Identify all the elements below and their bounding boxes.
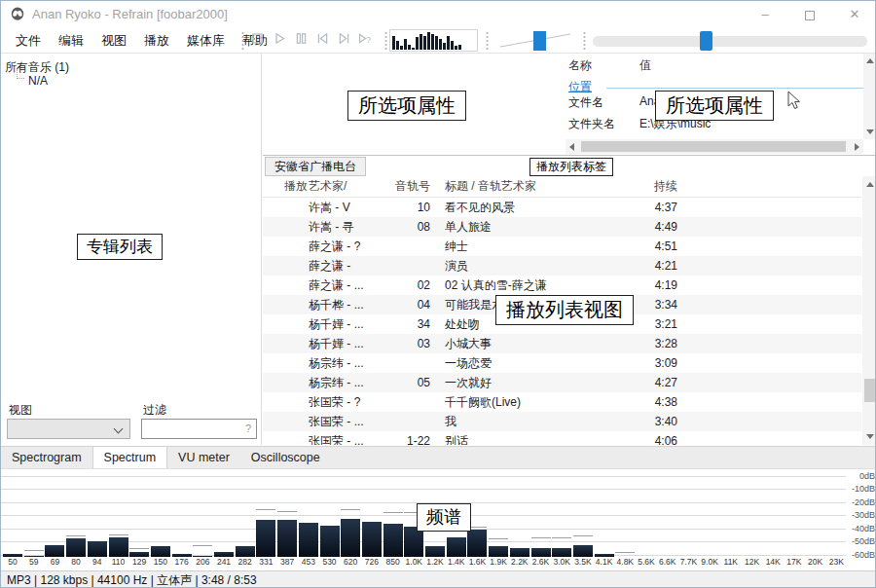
viz-tab-oscilloscope[interactable]: Oscilloscope <box>240 447 331 468</box>
volume-slider-handle[interactable] <box>533 31 546 51</box>
status-bar: MP3 | 128 kbps | 44100 Hz | 立体声 | 3:48 /… <box>1 570 876 588</box>
next-button[interactable] <box>337 31 356 51</box>
db-tick-label: -30dB <box>842 510 875 520</box>
playlist-tab-anhui[interactable]: 安徽省广播电台 <box>265 157 366 176</box>
view-label: 视图 <box>9 402 32 419</box>
scroll-down-icon[interactable] <box>866 129 874 134</box>
cell-duration: 4:49 <box>619 217 677 237</box>
scroll-left-icon[interactable] <box>569 143 574 151</box>
filter-input[interactable]: ? <box>141 419 257 439</box>
viz-tab-spectrogram[interactable]: Spectrogram <box>1 447 92 468</box>
maximize-button[interactable] <box>787 1 832 28</box>
cell-duration: 4:37 <box>619 198 677 217</box>
stop-button[interactable] <box>250 31 270 51</box>
menu-编辑[interactable]: 编辑 <box>50 28 92 54</box>
stop-icon <box>250 31 265 46</box>
cell-track: 04 <box>372 295 430 314</box>
spectrum-bar <box>362 522 382 557</box>
pause-icon <box>294 31 309 46</box>
column-header-duration[interactable]: 持续 <box>619 176 677 196</box>
scroll-up-icon[interactable] <box>866 182 874 187</box>
random-button[interactable]: ? <box>357 31 377 51</box>
seekbar-handle[interactable] <box>700 31 712 51</box>
playlist-row[interactable]: 杨宗纬 - ...一场恋爱3:09 <box>263 353 861 373</box>
menu-视图[interactable]: 视图 <box>92 28 135 54</box>
properties-name-header[interactable]: 名称 <box>568 57 592 74</box>
playlist-row[interactable]: 薛之谦 - ?绅士4:51 <box>263 237 861 256</box>
scroll-up-icon[interactable] <box>866 58 874 63</box>
freq-tick-label: 94 <box>87 557 108 567</box>
spectrum-bar <box>341 519 360 557</box>
spectrum-bar <box>552 548 571 557</box>
mini-spectrum-bar <box>400 46 403 50</box>
close-button[interactable]: ✕ <box>832 1 876 28</box>
playlist-column-headers: 播放 艺术家/ 音轨号 标题 / 音轨艺术家 持续 <box>263 176 861 198</box>
playlist-row[interactable]: 薛之谦 -演员4:21 <box>263 256 861 276</box>
playlist-row[interactable]: 杨宗纬 - ...05一次就好4:27 <box>263 373 861 392</box>
peak-marker <box>489 538 508 539</box>
playlist-row[interactable]: 杨千嬅 - ...03小城大事3:28 <box>263 334 861 353</box>
scroll-down-icon[interactable] <box>866 434 874 439</box>
random-icon: ? <box>357 31 372 46</box>
toolbar-grip[interactable] <box>583 31 586 50</box>
view-dropdown[interactable] <box>7 419 130 439</box>
cell-duration: 4:19 <box>619 276 677 295</box>
toolbar-grip[interactable] <box>486 31 489 50</box>
previous-button[interactable] <box>315 31 335 51</box>
freq-tick-label: 1.6K <box>466 557 488 567</box>
cell-artist: 张国荣 - ? <box>309 392 404 412</box>
menu-媒体库[interactable]: 媒体库 <box>178 28 234 54</box>
mini-spectrum-bar <box>412 48 415 50</box>
vscrollbar-thumb[interactable] <box>864 379 875 402</box>
cell-track: 05 <box>372 373 430 392</box>
viz-tab-spectrum[interactable]: Spectrum <box>92 447 168 468</box>
menu-文件[interactable]: 文件 <box>7 28 50 54</box>
mini-spectrum-bar <box>408 45 411 50</box>
peak-marker <box>256 509 275 510</box>
peak-marker <box>615 552 635 553</box>
toolbar-grip[interactable] <box>384 31 387 50</box>
db-tick-label: -50dB <box>842 536 875 546</box>
freq-tick-label: 110 <box>108 557 129 567</box>
tree-item-na[interactable]: N/A <box>28 74 48 88</box>
freq-tick-label: 453 <box>298 557 319 567</box>
peak-marker <box>66 535 86 536</box>
mini-spectrum-bar <box>396 41 399 50</box>
playlist-row[interactable]: 薛之谦 - ...0202 认真的雪-薛之谦4:19 <box>263 276 861 295</box>
cell-track: 03 <box>372 334 430 353</box>
play-button[interactable] <box>273 31 292 51</box>
playlist-row[interactable]: 张国荣 - ?千千阙歌(Live)4:38 <box>263 392 861 412</box>
freq-tick-label: 80 <box>65 557 87 567</box>
mini-spectrum-bar <box>427 32 430 50</box>
pause-button[interactable] <box>294 31 313 51</box>
menu-播放[interactable]: 播放 <box>135 28 178 54</box>
freq-tick-label: 282 <box>235 557 256 567</box>
properties-hscrollbar[interactable] <box>566 139 863 154</box>
peak-marker <box>109 534 128 535</box>
properties-vscrollbar[interactable] <box>863 54 876 139</box>
freq-tick-label: 530 <box>319 557 341 567</box>
freq-tick-label: 4.1K <box>594 557 615 567</box>
hscrollbar-thumb[interactable] <box>581 141 846 152</box>
toolbar-spectrum-visualizer <box>389 29 478 52</box>
freq-tick-label: 50 <box>2 557 23 567</box>
properties-value-header[interactable]: 值 <box>639 57 651 74</box>
playlist-row[interactable]: 许嵩 - 寻08单人旅途4:49 <box>263 217 861 237</box>
freq-tick-label: 6.6K <box>657 557 678 567</box>
column-header-tracknumber[interactable]: 音轨号 <box>372 176 430 196</box>
minimize-button[interactable]: – <box>743 1 787 28</box>
cell-title: 千千阙歌(Live) <box>445 392 618 412</box>
playlist-row[interactable]: 张国荣 - ...我3:40 <box>263 412 861 431</box>
playlist-row[interactable]: 许嵩 - V10看不见的风景4:37 <box>263 198 861 217</box>
freq-tick-label: 176 <box>171 557 193 567</box>
seekbar-track[interactable] <box>593 36 867 47</box>
toolbar-grip[interactable] <box>241 31 244 50</box>
viz-tab-vu-meter[interactable]: VU meter <box>167 447 240 468</box>
spectrum-bar <box>236 546 255 557</box>
cell-duration: 3:40 <box>619 412 677 431</box>
scroll-right-icon[interactable] <box>855 143 859 151</box>
column-header-title[interactable]: 标题 / 音轨艺术家 <box>445 176 618 196</box>
properties-group-location[interactable]: 位置 <box>568 79 592 95</box>
playlist-vscrollbar[interactable] <box>862 176 876 445</box>
playlist-row[interactable]: 张国荣 - ...1-22别话4:06 <box>263 431 861 445</box>
